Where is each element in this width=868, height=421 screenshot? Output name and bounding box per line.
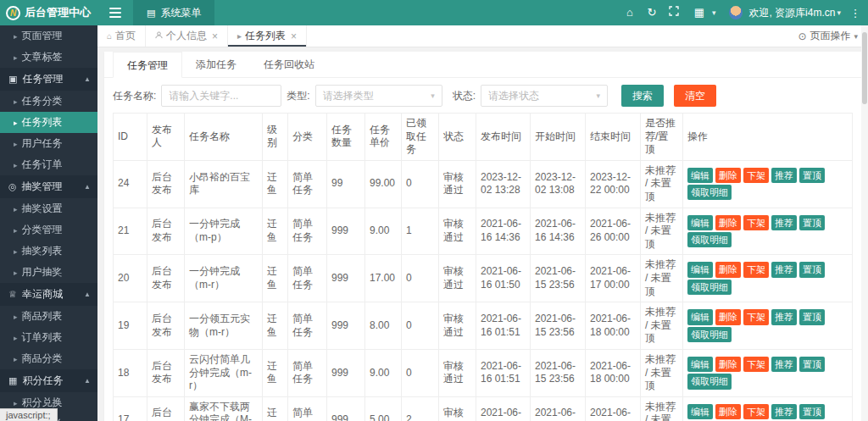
search-button[interactable]: 搜索 (621, 85, 664, 107)
sidebar-item-label: 分类管理 (22, 223, 63, 237)
sidebar-item-抽奖设置[interactable]: ▸抽奖设置 (0, 198, 97, 219)
table-row: 24后台发布小昂裕的百宝库迁鱼简单任务9999.000审核通过2023-12-0… (114, 160, 853, 208)
下架-button[interactable]: 下架 (743, 215, 769, 230)
breadcrumb-tab-个人信息[interactable]: 个人信息× (146, 25, 228, 47)
sidebar-item-任务订单[interactable]: ▸任务订单 (0, 154, 97, 175)
clear-button[interactable]: 清空 (674, 85, 716, 107)
推荐-button[interactable]: 推荐 (771, 215, 797, 230)
编辑-button[interactable]: 编辑 (687, 168, 713, 183)
system-menu-tab[interactable]: ▤ 系统菜单 (133, 0, 214, 25)
column-header-开始时间: 开始时间 (531, 114, 586, 161)
sidebar-item-任务列表[interactable]: ▸任务列表 (0, 112, 97, 133)
编辑-button[interactable]: 编辑 (687, 309, 713, 324)
hamburger-icon[interactable] (97, 8, 133, 18)
sidebar-item-任务分类[interactable]: ▸任务分类 (0, 91, 97, 112)
kebab-icon[interactable]: ⋮ (844, 7, 866, 19)
cell-published: 2023-12-02 13:28 (476, 160, 531, 208)
column-header-状态: 状态 (439, 114, 476, 161)
编辑-button[interactable]: 编辑 (687, 404, 713, 419)
删除-button[interactable]: 删除 (715, 404, 741, 419)
领取明细-button[interactable]: 领取明细 (687, 327, 732, 342)
sidebar-item-label: 商品列表 (22, 309, 63, 324)
home-icon: ⌂ (107, 31, 112, 41)
下架-button[interactable]: 下架 (743, 404, 769, 419)
caret-right-icon: ▸ (14, 53, 18, 62)
编辑-button[interactable]: 编辑 (687, 357, 713, 372)
置顶-button[interactable]: 置顶 (799, 168, 825, 183)
删除-button[interactable]: 删除 (715, 215, 741, 230)
status-select[interactable]: 请选择状态 ▾ (481, 85, 608, 107)
领取明细-button[interactable]: 领取明细 (687, 374, 732, 389)
推荐-button[interactable]: 推荐 (771, 309, 797, 324)
breadcrumb-tab-任务列表[interactable]: ▸任务列表× (228, 25, 307, 47)
编辑-button[interactable]: 编辑 (687, 262, 713, 277)
sidebar-item-幸运商城[interactable]: ♕幸运商城▲ (0, 283, 97, 306)
cell-actions: 编辑删除下架推荐置顶领取明细 (683, 396, 853, 421)
领取明细-button[interactable]: 领取明细 (687, 185, 732, 200)
breadcrumb-tab-首页[interactable]: ⌂首页 (97, 25, 146, 47)
置顶-button[interactable]: 置顶 (799, 262, 825, 277)
task-name-input[interactable] (161, 85, 281, 107)
panel-tab-任务管理[interactable]: 任务管理 (113, 52, 182, 78)
sidebar-item-订单列表[interactable]: ▸订单列表 (0, 327, 97, 348)
置顶-button[interactable]: 置顶 (799, 357, 825, 372)
panel-tab-添加任务[interactable]: 添加任务 (182, 52, 250, 77)
删除-button[interactable]: 删除 (715, 168, 741, 183)
推荐-button[interactable]: 推荐 (771, 404, 797, 419)
下架-button[interactable]: 下架 (743, 168, 769, 183)
home-icon[interactable]: ⌂ (619, 0, 641, 25)
type-select[interactable]: 请选择类型 ▾ (315, 85, 442, 107)
sidebar-menu: ▸页面管理▸文章标签▣任务管理▲▸任务分类▸任务列表▸用户任务▸任务订单◎抽奖管… (0, 25, 97, 421)
user-menu[interactable]: 欢迎, 资源库i4m.cn ▾ (719, 6, 844, 20)
领取明细-button[interactable]: 领取明细 (687, 280, 732, 295)
cell-published: 2021-06-16 01:51 (476, 349, 531, 396)
tab-label: 首页 (115, 29, 136, 43)
领取明细-button[interactable]: 领取明细 (687, 232, 732, 247)
置顶-button[interactable]: 置顶 (799, 215, 825, 230)
sidebar-item-分类管理[interactable]: ▸分类管理 (0, 219, 97, 241)
下架-button[interactable]: 下架 (743, 357, 769, 372)
置顶-button[interactable]: 置顶 (799, 404, 825, 419)
sidebar-item-label: 任务列表 (22, 115, 63, 130)
vertical-scrollbar[interactable] (861, 25, 868, 421)
scrollbar-thumb[interactable] (862, 32, 867, 104)
sidebar-item-页面管理[interactable]: ▸页面管理 (0, 25, 97, 47)
sidebar-item-label: 抽奖设置 (22, 202, 63, 216)
删除-button[interactable]: 删除 (715, 309, 741, 324)
close-icon[interactable]: × (212, 30, 218, 42)
sidebar-item-用户任务[interactable]: ▸用户任务 (0, 133, 97, 154)
close-icon[interactable]: × (291, 30, 297, 42)
cell-recommend: 未推荐 / 未置顶 (641, 396, 683, 421)
sidebar-item-商品列表[interactable]: ▸商品列表 (0, 306, 97, 327)
refresh-icon[interactable]: ↻ (641, 0, 663, 25)
fullscreen-icon[interactable] (663, 0, 685, 25)
sidebar-item-抽奖管理[interactable]: ◎抽奖管理▲ (0, 175, 97, 198)
cell-publisher: 后台发布 (147, 396, 185, 421)
sidebar-item-积分任务[interactable]: ▦积分任务▲ (0, 369, 97, 392)
sidebar-item-用户抽奖[interactable]: ▸用户抽奖 (0, 262, 97, 283)
删除-button[interactable]: 删除 (715, 357, 741, 372)
推荐-button[interactable]: 推荐 (771, 357, 797, 372)
置顶-button[interactable]: 置顶 (799, 309, 825, 324)
cell-level: 迁鱼 (263, 349, 288, 396)
app-logo: N 后台管理中心 (0, 0, 97, 25)
cell-start: 2021-06-15 23:56 (531, 255, 586, 302)
cell-start: 2023-12-02 13:08 (531, 160, 586, 208)
tasks-icon: ▣ (8, 74, 17, 85)
推荐-button[interactable]: 推荐 (771, 262, 797, 277)
cell-level: 迁鱼 (263, 208, 288, 255)
app-title: 后台管理中心 (25, 5, 91, 20)
sidebar-item-抽奖列表[interactable]: ▸抽奖列表 (0, 241, 97, 262)
layout-switcher[interactable]: ▦ ▾ (685, 0, 720, 25)
column-header-ID: ID (114, 114, 147, 161)
sidebar-item-文章标签[interactable]: ▸文章标签 (0, 47, 97, 68)
sidebar-item-任务管理[interactable]: ▣任务管理▲ (0, 68, 97, 91)
sidebar-item-商品分类[interactable]: ▸商品分类 (0, 348, 97, 369)
下架-button[interactable]: 下架 (743, 309, 769, 324)
推荐-button[interactable]: 推荐 (771, 168, 797, 183)
下架-button[interactable]: 下架 (743, 262, 769, 277)
panel-tab-任务回收站[interactable]: 任务回收站 (250, 52, 328, 77)
删除-button[interactable]: 删除 (715, 262, 741, 277)
page-operations-dropdown[interactable]: ⊙ 页面操作 ▾ (798, 25, 868, 47)
编辑-button[interactable]: 编辑 (687, 215, 713, 230)
